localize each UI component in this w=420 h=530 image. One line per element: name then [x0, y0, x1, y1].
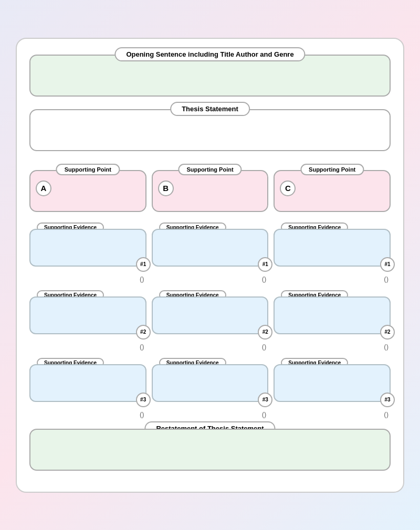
- restatement-section: Restatement of Thesis Statement: [29, 429, 391, 471]
- paren-2-2: (): [152, 343, 269, 351]
- ev-3-3: Supporting Evidence #3 (): [274, 364, 391, 418]
- sp-label-b: Supporting Point: [178, 164, 242, 175]
- sp-box-b[interactable]: Supporting Point B: [152, 170, 269, 212]
- ev-box-3-1[interactable]: #1: [274, 229, 391, 267]
- evidence-col-3: Supporting Evidence #1 () Supporting Evi…: [274, 221, 391, 418]
- ev-2-1: Supporting Evidence #1 (): [152, 229, 269, 283]
- ev-badge-1-1: #1: [136, 257, 151, 272]
- ev-badge-2-1: #1: [258, 257, 272, 272]
- sp-letter-b: B: [158, 181, 174, 196]
- evidence-col-2: Supporting Evidence #1 () Supporting Evi…: [152, 221, 269, 418]
- paren-1-2: (): [29, 343, 146, 351]
- paren-2-1: (): [152, 275, 269, 283]
- ev-badge-1-3: #3: [136, 393, 151, 407]
- thesis-label: Thesis Statement: [170, 102, 250, 116]
- paren-3-3: (): [274, 410, 391, 418]
- sp-letter-a: A: [36, 181, 51, 196]
- ev-badge-3-3: #3: [380, 393, 395, 407]
- ev-3-1: Supporting Evidence #1 (): [274, 229, 391, 283]
- ev-3-2: Supporting Evidence #2 (): [274, 296, 391, 351]
- ev-box-2-1[interactable]: #1: [152, 229, 269, 267]
- paren-1-1: (): [29, 275, 146, 283]
- evidence-section: Supporting Evidence #1 () Supporting Evi…: [29, 221, 391, 418]
- paren-2-3: (): [152, 410, 269, 418]
- paren-3-1: (): [274, 275, 391, 283]
- ev-badge-3-1: #1: [380, 257, 395, 272]
- opening-label: Opening Sentence including Title Author …: [114, 47, 305, 61]
- ev-1-3: Supporting Evidence #3 (): [29, 364, 146, 418]
- ev-badge-2-2: #2: [258, 325, 272, 340]
- sp-box-a[interactable]: Supporting Point A: [29, 170, 146, 212]
- sp-col-c: Supporting Point C: [274, 170, 391, 212]
- supporting-points-row: Supporting Point A Supporting Point B Su…: [29, 170, 391, 212]
- ev-2-3: Supporting Evidence #3 (): [152, 364, 269, 418]
- ev-box-1-3[interactable]: #3: [29, 364, 146, 402]
- sp-box-c[interactable]: Supporting Point C: [274, 170, 391, 212]
- ev-box-3-3[interactable]: #3: [274, 364, 391, 402]
- opening-section: Opening Sentence including Title Author …: [29, 55, 391, 97]
- ev-box-2-3[interactable]: #3: [152, 364, 269, 402]
- ev-1-1: Supporting Evidence #1 (): [29, 229, 146, 283]
- paren-3-2: (): [274, 343, 391, 351]
- main-card: Opening Sentence including Title Author …: [16, 38, 404, 493]
- sp-letter-c: C: [280, 181, 296, 196]
- restatement-content-box[interactable]: [29, 429, 391, 471]
- ev-box-1-1[interactable]: #1: [29, 229, 146, 267]
- thesis-section: Thesis Statement: [29, 109, 391, 151]
- ev-box-2-2[interactable]: #2: [152, 296, 269, 334]
- ev-badge-1-2: #2: [136, 325, 151, 340]
- ev-box-3-2[interactable]: #2: [274, 296, 391, 334]
- sp-label-a: Supporting Point: [56, 164, 120, 175]
- paren-1-3: (): [29, 410, 146, 418]
- ev-2-2: Supporting Evidence #2 (): [152, 296, 269, 351]
- ev-badge-2-3: #3: [258, 393, 272, 407]
- sp-label-c: Supporting Point: [300, 164, 364, 175]
- sp-col-b: Supporting Point B: [152, 170, 269, 212]
- ev-badge-3-2: #2: [380, 325, 395, 340]
- evidence-col-1: Supporting Evidence #1 () Supporting Evi…: [29, 221, 146, 418]
- ev-box-1-2[interactable]: #2: [29, 296, 146, 334]
- sp-col-a: Supporting Point A: [29, 170, 146, 212]
- ev-1-2: Supporting Evidence #2 (): [29, 296, 146, 351]
